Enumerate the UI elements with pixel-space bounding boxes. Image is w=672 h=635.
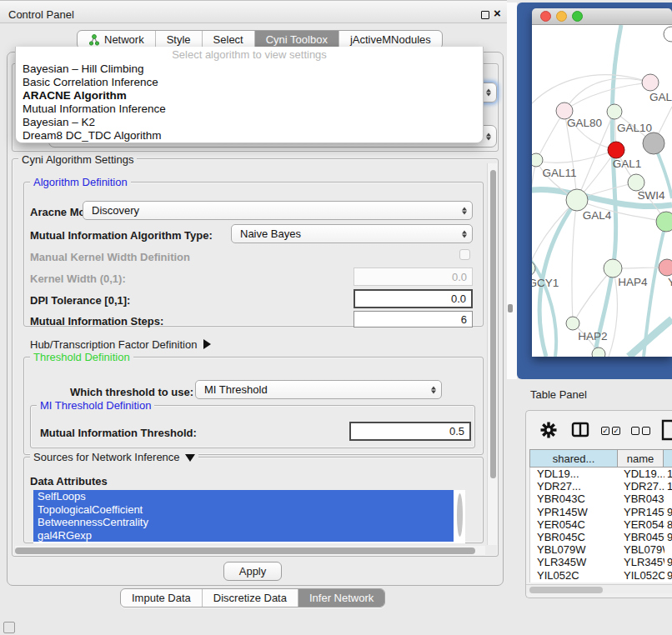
node-label: HAP2 xyxy=(578,330,607,342)
table-horizontal-scrollbar[interactable] xyxy=(526,584,672,593)
attribute-list-item[interactable]: BetweennessCentrality xyxy=(33,516,454,529)
table-row[interactable]: YPR145WYPR145W9. xyxy=(530,506,672,518)
close-panel-icon[interactable]: × xyxy=(494,6,501,20)
split-pane-handle[interactable] xyxy=(508,304,513,312)
network-node xyxy=(566,189,588,211)
settings-gear-icon[interactable] xyxy=(539,421,558,439)
zoom-window-icon[interactable] xyxy=(572,11,583,22)
table-cell: 12 xyxy=(664,480,672,492)
table-row[interactable]: YLR345WYLR345W9. xyxy=(530,556,672,568)
table-cell: 8. xyxy=(664,518,672,531)
hub-section[interactable]: Hub/Transcription Factor Definition xyxy=(30,338,211,351)
dpi-tolerance-label: DPI Tolerance [0,1]: xyxy=(30,294,130,307)
network-window-titlebar[interactable] xyxy=(532,8,672,25)
close-window-icon[interactable] xyxy=(540,11,551,22)
network-edge xyxy=(564,78,650,111)
tab-infer-network[interactable]: Infer Network xyxy=(298,589,384,607)
table-cell: YPR145W xyxy=(619,506,664,518)
manual-kernel-checkbox[interactable] xyxy=(459,249,470,260)
algorithm-dropdown: Select algorithm to view settings Bayesi… xyxy=(15,47,484,143)
node-label: GAL80 xyxy=(567,117,602,129)
attribute-list-item[interactable]: SelfLoops xyxy=(33,490,454,503)
table-cell: YDR27... xyxy=(619,480,664,492)
dropdown-item[interactable]: Basic Correlation Inference xyxy=(16,76,483,89)
table-cell: YDR27... xyxy=(530,480,619,492)
table-row[interactable]: YER054CYER054C8. xyxy=(530,518,672,531)
dropdown-item[interactable]: Bayesian – K2 xyxy=(16,116,483,129)
unchecked-box-icon xyxy=(642,427,650,435)
column-header-name[interactable]: name xyxy=(618,449,664,468)
tab-network-label: Network xyxy=(104,33,144,46)
tab-cyni-toolbox[interactable]: Cyni Toolbox xyxy=(254,31,339,48)
settings-vertical-scrollbar[interactable] xyxy=(487,163,497,545)
collapse-arrow-icon[interactable] xyxy=(185,454,195,462)
expand-arrow-icon[interactable] xyxy=(203,339,211,349)
dpi-tolerance-field[interactable]: 0.0 xyxy=(354,289,473,308)
function-builder-icon[interactable] xyxy=(661,419,672,441)
settings-group-title: Cyni Algorithm Settings xyxy=(18,153,137,166)
select-all-icon[interactable]: ✓ ✓ xyxy=(601,427,620,435)
algorithm-dropdown-list: Bayesian – Hill ClimbingBasic Correlatio… xyxy=(16,62,483,142)
aracne-mode-combo[interactable]: Discovery xyxy=(83,201,473,220)
dock-panel-icon[interactable] xyxy=(3,622,15,633)
table-row[interactable]: YIL052CYIL052C9. xyxy=(530,569,672,582)
scrollbar-thumb[interactable] xyxy=(15,548,475,554)
column-layout-icon[interactable] xyxy=(571,422,589,438)
stepper-icon xyxy=(462,207,467,214)
table-cell: YBR043C xyxy=(619,492,664,505)
tab-select[interactable]: Select xyxy=(202,31,254,48)
table-cell: YPR145W xyxy=(530,506,619,518)
network-node xyxy=(532,153,543,167)
node-label: GAL xyxy=(649,91,672,103)
table-body[interactable]: YDL19...YDL19...13YDR27...YDR27...12YBR0… xyxy=(529,468,672,582)
table-cell: YBR043C xyxy=(530,492,619,505)
table-row[interactable]: YBR043CYBR043C xyxy=(530,492,672,505)
mi-steps-field[interactable]: 6 xyxy=(354,311,473,328)
apply-button[interactable]: Apply xyxy=(223,562,282,581)
table-row[interactable]: YBL079WYBL079W xyxy=(530,543,672,556)
which-threshold-label: Which threshold to use: xyxy=(70,386,193,398)
mi-type-label: Mutual Information Algorithm Type: xyxy=(30,229,213,242)
tab-discretize-data[interactable]: Discretize Data xyxy=(202,589,298,607)
table-row[interactable]: YDR27...YDR27...12 xyxy=(530,480,672,492)
minimize-window-icon[interactable] xyxy=(556,11,567,22)
list-scrollbar-thumb[interactable] xyxy=(457,493,463,537)
table-cell: YIL052C xyxy=(530,569,619,582)
table-row[interactable]: YBR045CYBR045C9. xyxy=(530,531,672,543)
settings-horizontal-scrollbar[interactable] xyxy=(15,546,485,556)
table-cell: 9. xyxy=(664,531,672,543)
dropdown-item[interactable]: Dream8 DC_TDC Algorithm xyxy=(16,129,483,142)
table-cell: 9. xyxy=(664,556,672,568)
network-canvas[interactable]: GALGAL80GAL10GAL11GAL1SWI4GAL4GCY1HAP4YH… xyxy=(532,25,672,357)
dropdown-item[interactable]: ARACNE Algorithm xyxy=(16,89,483,102)
tab-jactivemnodules[interactable]: jActiveMNodules xyxy=(339,31,442,48)
table-cell: YBR045C xyxy=(530,531,619,543)
scrollbar-thumb[interactable] xyxy=(490,170,496,478)
mi-type-combo[interactable]: Naive Bayes xyxy=(231,224,473,243)
which-threshold-combo[interactable]: MI Threshold xyxy=(195,380,442,399)
network-node xyxy=(664,27,672,42)
tab-network[interactable]: Network xyxy=(78,31,155,48)
dropdown-item[interactable]: Bayesian – Hill Climbing xyxy=(16,62,483,76)
kernel-width-field[interactable]: 0.0 xyxy=(354,268,473,286)
which-threshold-value: MI Threshold xyxy=(204,383,268,396)
scrollbar-thumb[interactable] xyxy=(529,587,603,593)
sources-title[interactable]: Sources for Network Inference xyxy=(30,451,198,463)
node-label: GAL11 xyxy=(542,167,576,179)
network-view-window[interactable]: GALGAL80GAL10GAL11GAL1SWI4GAL4GCY1HAP4YH… xyxy=(532,8,672,357)
table-panel: ✓ ✓ shared... name YDL19...YDL19...13YDR… xyxy=(525,410,672,598)
tab-style[interactable]: Style xyxy=(155,31,202,48)
tab-impute-data[interactable]: Impute Data xyxy=(121,589,202,607)
column-header-partial[interactable] xyxy=(664,449,672,468)
column-header-shared-name[interactable]: shared... xyxy=(529,449,618,468)
data-attributes-label: Data Attributes xyxy=(30,475,108,488)
mi-threshold-field[interactable]: 0.5 xyxy=(349,422,471,441)
data-attributes-list[interactable]: SelfLoopsTopologicalCoefficientBetweenne… xyxy=(33,490,465,543)
network-node xyxy=(604,259,622,278)
table-row[interactable]: YDL19...YDL19...13 xyxy=(530,468,672,480)
deselect-all-icon[interactable] xyxy=(631,427,650,435)
float-panel-icon[interactable] xyxy=(481,11,489,19)
attribute-list-item[interactable]: gal4RGexp xyxy=(33,529,454,542)
dropdown-item[interactable]: Mutual Information Inference xyxy=(16,102,483,116)
attribute-list-item[interactable]: TopologicalCoefficient xyxy=(33,503,454,517)
